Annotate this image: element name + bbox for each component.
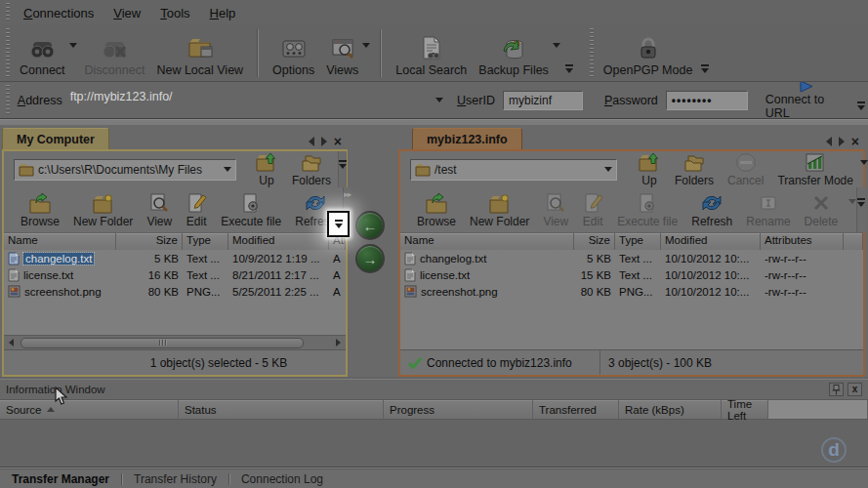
column-time-left[interactable]: Time Left [722, 400, 768, 419]
remote-path-combo[interactable]: /test [410, 159, 617, 181]
close-panel-icon[interactable]: × [851, 137, 859, 146]
column-name[interactable]: Name [4, 233, 116, 250]
toolbar-overflow-button[interactable] [562, 60, 576, 77]
remote-transfer-mode-button[interactable]: Transfer Mode [770, 150, 860, 189]
upload-arrow-button[interactable]: → [355, 244, 385, 273]
local-path-combo[interactable]: c:\Users\R\Documents\My Files [14, 159, 236, 181]
menu-view[interactable]: View [103, 2, 150, 24]
download-arrow-button[interactable]: ← [355, 211, 385, 240]
file-row-screenshot[interactable]: screenshot.png 80 KB PNG... 10/10/2012 1… [400, 283, 863, 300]
horizontal-scrollbar[interactable] [4, 335, 346, 349]
column-modified[interactable]: Modified [661, 233, 761, 250]
local-toolbar-options-button-highlighted[interactable] [327, 211, 350, 237]
tab-scroll-right-icon[interactable] [839, 137, 845, 146]
remote-folders-button[interactable]: Folders [668, 150, 721, 189]
column-status[interactable]: Status [179, 400, 384, 419]
disconnect-label: Disconnect [85, 63, 145, 77]
password-input[interactable]: •••••••• [666, 91, 748, 110]
local-edit-button[interactable]: Edit [179, 190, 214, 230]
tab-scroll-left-icon[interactable] [309, 137, 314, 146]
close-icon[interactable]: x [847, 383, 862, 396]
combo-caret[interactable] [224, 167, 231, 172]
tab-connection-log[interactable]: Connection Log [229, 470, 335, 488]
views-label: Views [326, 63, 358, 77]
column-rate[interactable]: Rate (kBps) [619, 400, 722, 419]
menu-tools[interactable]: Tools [150, 2, 199, 24]
mouse-cursor [55, 386, 68, 406]
remote-new-folder-button[interactable]: New Folder [463, 190, 536, 230]
toolbar-grip[interactable] [590, 28, 594, 78]
file-row-license[interactable]: license.txt 16 KB Text ... 8/21/2011 2:1… [4, 266, 346, 283]
menu-connections[interactable]: Connections [14, 2, 103, 24]
local-new-folder-button[interactable]: New Folder [66, 190, 140, 230]
pin-icon[interactable] [829, 383, 844, 396]
column-type[interactable]: Type [615, 233, 661, 250]
column-size[interactable]: Size [116, 233, 183, 250]
tab-scroll-left-icon[interactable] [826, 137, 832, 146]
local-browse-button[interactable]: Browse [14, 190, 66, 230]
file-row-license[interactable]: license.txt 15 KB Text ... 10/10/2012 10… [400, 266, 863, 283]
column-attributes[interactable]: Attributes [761, 233, 844, 250]
scroll-right-arrow[interactable] [331, 336, 346, 349]
connect-to-url-button[interactable]: Connect to URL [760, 79, 853, 121]
toolbar-overflow-button[interactable] [698, 60, 712, 77]
panel-toolbar-edge [856, 187, 865, 232]
scroll-left-arrow[interactable] [4, 336, 19, 349]
column-modified[interactable]: Modified [228, 233, 329, 250]
tab-transfer-manager[interactable]: Transfer Manager [0, 470, 121, 488]
more-actions-caret[interactable] [848, 199, 856, 204]
tab-scroll-right-icon[interactable] [321, 137, 327, 146]
remote-refresh-button[interactable]: Refresh [684, 190, 739, 230]
tab-my-computer[interactable]: My Computer [2, 128, 109, 149]
local-folders-button[interactable]: Folders [285, 150, 338, 189]
new-local-view-button[interactable]: New Local View [150, 25, 249, 81]
overflow-icon[interactable] [857, 198, 865, 207]
new-local-view-label: New Local View [156, 63, 243, 77]
column-progress[interactable]: Progress [384, 400, 533, 419]
close-panel-icon[interactable]: × [334, 137, 342, 146]
tab-mybiz123[interactable]: mybiz123.info [412, 128, 522, 149]
remote-up-button[interactable]: Up [631, 150, 668, 189]
local-execute-button[interactable]: Execute file [214, 190, 288, 230]
tab-transfer-history[interactable]: Transfer History [122, 470, 228, 488]
options-button[interactable]: Options [267, 25, 320, 81]
scrollbar-thumb[interactable] [21, 338, 304, 348]
remote-browse-button[interactable]: Browse [410, 190, 463, 230]
column-type[interactable]: Type [183, 233, 228, 250]
toolbar-grip[interactable] [6, 85, 10, 115]
file-row-screenshot[interactable]: screenshot.png 80 KB PNG... 5/25/2011 2:… [4, 283, 346, 300]
options-icon [280, 35, 308, 62]
transfer-queue-list[interactable] [0, 420, 868, 467]
file-row-changelog[interactable]: changelog.txt 5 KB Text ... 10/9/2012 1:… [4, 250, 346, 266]
local-list-header: Name Size Type Modified Att [4, 233, 346, 250]
connect-button[interactable]: Connect [14, 25, 71, 81]
column-transferred[interactable]: Transferred [533, 400, 619, 419]
toolbar-overflow-button[interactable] [855, 97, 868, 114]
address-dropdown-caret[interactable] [435, 98, 443, 102]
backup-files-button[interactable]: Backup Files [473, 25, 555, 81]
openpgp-mode-button[interactable]: OpenPGP Mode [598, 25, 699, 81]
file-type: Text ... [615, 269, 661, 281]
local-up-button[interactable]: Up [248, 150, 285, 189]
userid-input[interactable]: mybizinf [503, 91, 583, 110]
toolbar-grip[interactable] [6, 3, 10, 22]
file-row-changelog[interactable]: changelog.txt 5 KB Text ... 10/10/2012 1… [400, 250, 863, 266]
combo-caret[interactable] [604, 167, 612, 172]
column-source[interactable]: Source [0, 400, 179, 419]
views-button[interactable]: Views [320, 25, 364, 81]
overflow-icon[interactable] [339, 160, 347, 169]
column-name[interactable]: Name [400, 233, 574, 250]
local-view-button[interactable]: View [140, 190, 179, 230]
file-modified: 10/9/2012 1:19 ... [228, 253, 329, 264]
local-search-button[interactable]: Local Search [390, 25, 473, 81]
address-input[interactable]: ftp://mybiz123.info/ [70, 90, 435, 110]
up-icon [255, 152, 278, 173]
chevron-more-icon[interactable]: ▸▸ [344, 190, 351, 198]
view-label: View [543, 215, 568, 228]
toolbar-grip[interactable] [6, 28, 10, 78]
menu-help[interactable]: Help [200, 2, 246, 24]
column-size[interactable]: Size [574, 233, 615, 250]
transfer-mode-caret[interactable] [860, 160, 868, 165]
remote-execute-button: Execute file [610, 190, 684, 230]
file-size: 80 KB [574, 286, 615, 298]
